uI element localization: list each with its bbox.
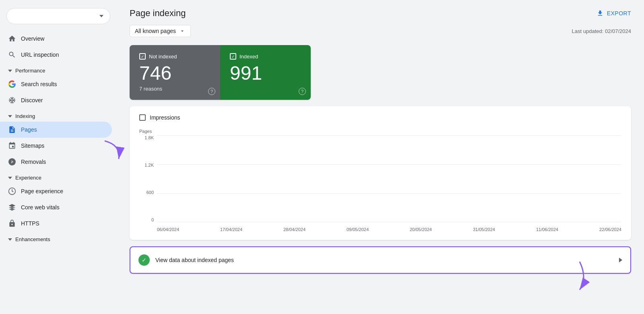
impressions-label: Impressions xyxy=(150,114,180,121)
main-scrollable: All known pages Last updated: 02/07/2024… xyxy=(117,25,644,314)
not-indexed-label: Not indexed xyxy=(149,54,177,60)
main-content-area: Page indexing EXPORT All known pages Las… xyxy=(117,0,644,314)
sidebar-item-label: Search results xyxy=(21,81,57,87)
sidebar-item-label: HTTPS xyxy=(21,220,39,227)
last-updated: Last updated: 02/07/2024 xyxy=(572,28,631,34)
green-check-icon: ✓ xyxy=(138,254,150,266)
chart-section: Impressions Pages 1.8K 1.2K 600 0 xyxy=(130,106,631,240)
y-label-1-8k: 1.8K xyxy=(144,135,154,140)
page-experience-icon xyxy=(8,187,16,195)
x-label-2: 28/04/2024 xyxy=(283,227,305,232)
not-indexed-count: 746 xyxy=(139,63,211,84)
indexed-card[interactable]: Indexed 991 ? xyxy=(220,45,311,100)
x-label-1: 17/04/2024 xyxy=(220,227,242,232)
x-label-3: 09/05/2024 xyxy=(347,227,369,232)
not-indexed-checkbox-icon xyxy=(139,53,146,60)
sidebar-item-label: Sitemaps xyxy=(21,143,44,149)
chart-area: Pages 1.8K 1.2K 600 0 xyxy=(139,129,621,232)
https-icon xyxy=(8,219,16,227)
not-indexed-header: Not indexed xyxy=(139,53,211,60)
sitemaps-icon xyxy=(8,142,16,150)
index-summary-cards: Not indexed 746 7 reasons ? Indexed 991 … xyxy=(130,45,311,100)
sidebar: Overview URL inspection Performance Sear… xyxy=(0,0,117,314)
pages-icon xyxy=(8,126,16,134)
not-indexed-card[interactable]: Not indexed 746 7 reasons ? xyxy=(130,45,220,100)
chevron-down-icon xyxy=(99,15,103,17)
sidebar-item-label: Page experience xyxy=(21,188,63,194)
y-label-600: 600 xyxy=(147,190,154,195)
sidebar-item-label: URL inspection xyxy=(21,52,59,58)
sidebar-section-performance[interactable]: Performance xyxy=(0,63,117,76)
snowflake-icon xyxy=(8,96,16,104)
main-header: Page indexing EXPORT xyxy=(117,0,644,25)
export-label: EXPORT xyxy=(607,10,631,17)
google-g-icon xyxy=(8,80,16,88)
sidebar-item-label: Core web vitals xyxy=(21,204,60,211)
not-indexed-info-icon[interactable]: ? xyxy=(208,88,215,95)
search-icon xyxy=(8,51,16,59)
sidebar-item-search-results[interactable]: Search results xyxy=(0,76,112,92)
sidebar-item-https[interactable]: HTTPS xyxy=(0,215,112,231)
sidebar-item-label: Overview xyxy=(21,35,44,42)
sidebar-section-indexing[interactable]: Indexing xyxy=(0,108,117,122)
not-indexed-subtext: 7 reasons xyxy=(139,86,211,92)
sidebar-item-label: Removals xyxy=(21,159,46,165)
sidebar-section-enhancements[interactable]: Enhancements xyxy=(0,231,117,245)
sidebar-item-core-web-vitals[interactable]: Core web vitals xyxy=(0,199,112,215)
sidebar-item-removals[interactable]: Removals xyxy=(0,154,112,170)
sidebar-item-url-inspection[interactable]: URL inspection xyxy=(0,47,112,63)
indexed-checkbox-icon xyxy=(230,53,236,60)
x-label-7: 22/06/2024 xyxy=(599,227,621,232)
x-label-0: 06/04/2024 xyxy=(157,227,179,232)
chevron-right-icon xyxy=(619,258,622,262)
sidebar-item-label: Discover xyxy=(21,97,43,103)
view-data-row[interactable]: ✓ View data about indexed pages xyxy=(130,246,631,274)
section-label: Experience xyxy=(15,175,41,181)
core-web-vitals-icon xyxy=(8,203,16,211)
sidebar-item-label: Pages xyxy=(21,126,37,133)
chart-y-label: Pages xyxy=(139,129,621,134)
view-data-label: View data about indexed pages xyxy=(155,257,234,263)
collapse-arrow-icon xyxy=(8,238,12,241)
filter-label: All known pages xyxy=(135,28,176,34)
indexed-count: 991 xyxy=(230,63,301,84)
export-icon xyxy=(597,10,604,17)
removals-icon xyxy=(8,158,16,166)
sidebar-item-pages[interactable]: Pages xyxy=(0,122,112,138)
section-label: Indexing xyxy=(15,113,35,119)
section-label: Enhancements xyxy=(15,236,50,242)
view-data-left: ✓ View data about indexed pages xyxy=(138,254,234,266)
collapse-arrow-icon xyxy=(8,115,12,118)
indexed-header: Indexed xyxy=(230,53,301,60)
property-selector[interactable] xyxy=(6,8,110,24)
page-title: Page indexing xyxy=(130,8,186,19)
sidebar-item-discover[interactable]: Discover xyxy=(0,92,112,108)
chart-bars-container xyxy=(157,135,621,222)
x-label-6: 11/06/2024 xyxy=(536,227,558,232)
collapse-arrow-icon xyxy=(8,177,12,179)
x-label-5: 31/05/2024 xyxy=(473,227,495,232)
sidebar-item-page-experience[interactable]: Page experience xyxy=(0,183,112,199)
sidebar-section-experience[interactable]: Experience xyxy=(0,170,117,183)
y-label-0: 0 xyxy=(151,217,154,222)
sidebar-item-overview[interactable]: Overview xyxy=(0,31,112,47)
export-button[interactable]: EXPORT xyxy=(597,10,631,17)
x-label-4: 20/05/2024 xyxy=(410,227,432,232)
dropdown-arrow-icon xyxy=(179,28,186,34)
filter-row: All known pages Last updated: 02/07/2024 xyxy=(130,25,631,37)
section-label: Performance xyxy=(15,68,45,74)
chart-x-labels: 06/04/2024 17/04/2024 28/04/2024 09/05/2… xyxy=(157,227,621,232)
indexed-label: Indexed xyxy=(239,54,258,60)
impressions-checkbox[interactable] xyxy=(139,114,146,121)
collapse-arrow-icon xyxy=(8,70,12,72)
indexed-info-icon[interactable]: ? xyxy=(299,88,306,95)
home-icon xyxy=(8,35,16,43)
y-label-1-2k: 1.2K xyxy=(144,163,154,167)
impressions-row: Impressions xyxy=(139,114,621,121)
filter-dropdown[interactable]: All known pages xyxy=(130,25,191,37)
sidebar-item-sitemaps[interactable]: Sitemaps xyxy=(0,138,112,154)
